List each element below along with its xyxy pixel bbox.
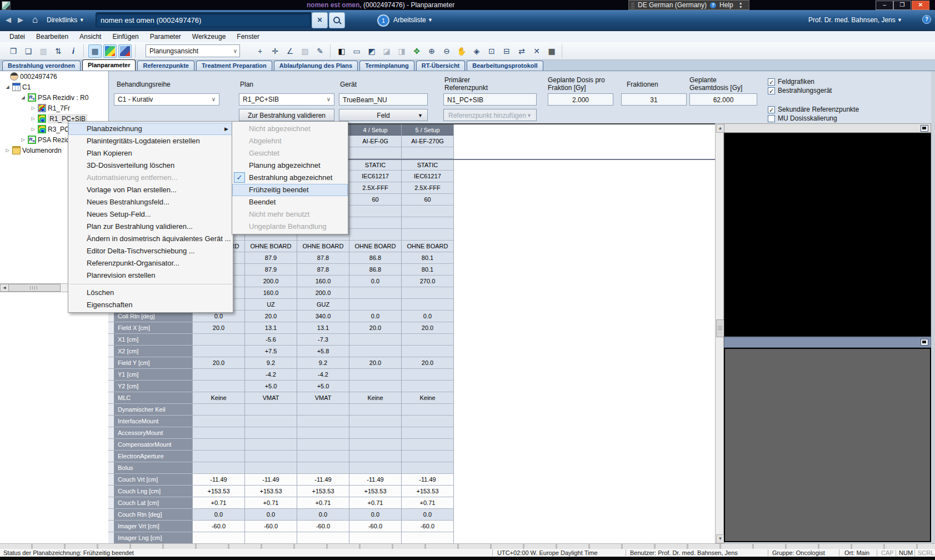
- table-cell[interactable]: IEC61217: [402, 171, 454, 182]
- menubar-item-bearbeiten[interactable]: Bearbeiten: [31, 32, 73, 42]
- view-select[interactable]: Planungsansicht∨: [146, 44, 240, 57]
- table-cell[interactable]: 2.5X-FFF: [349, 182, 402, 194]
- table-cell[interactable]: 20.0: [193, 322, 245, 334]
- table-cell[interactable]: [349, 381, 402, 392]
- table-cell[interactable]: [402, 381, 454, 392]
- table-cell[interactable]: +0.71: [193, 497, 245, 509]
- draw-icon[interactable]: ✎: [313, 44, 327, 58]
- zoom-out-icon[interactable]: ⊖: [440, 44, 453, 58]
- table-cell[interactable]: [402, 217, 454, 229]
- table-cell[interactable]: [402, 416, 454, 427]
- behandlungsreihe-select[interactable]: C1 - Kurativ∨: [114, 93, 219, 106]
- table-cell[interactable]: [245, 416, 297, 427]
- menubar-item-datei[interactable]: Datei: [4, 32, 30, 42]
- expander-collapsed-icon[interactable]: ▷: [30, 106, 36, 111]
- tree-item-r1-7fr[interactable]: ▷R1_7Fr: [0, 103, 108, 113]
- table-vertical-scrollbar[interactable]: ▲ ▼: [715, 123, 724, 543]
- viewport-1[interactable]: [724, 133, 931, 337]
- table-cell[interactable]: +153.53: [297, 486, 349, 497]
- table-cell[interactable]: [349, 404, 402, 416]
- checkbox-bestrahlungsger-t[interactable]: ✓Bestrahlungsgerät: [768, 87, 832, 94]
- expander-expanded-icon[interactable]: ◢: [20, 95, 26, 100]
- table-cell[interactable]: [402, 439, 454, 451]
- table-cell[interactable]: VMAT: [245, 392, 297, 404]
- tree-item-0002497476[interactable]: 0002497476: [0, 71, 108, 82]
- context-menu-item-l-schen[interactable]: Löschen: [68, 287, 233, 299]
- table-cell[interactable]: STATIC: [349, 160, 402, 171]
- table-cell[interactable]: [193, 404, 245, 416]
- forward-icon[interactable]: ▶: [18, 16, 23, 24]
- checkbox-box[interactable]: [768, 115, 775, 122]
- expander-collapsed-icon[interactable]: ▷: [4, 148, 11, 153]
- table-cell[interactable]: [245, 462, 297, 474]
- table-cell[interactable]: -60.0: [245, 521, 297, 532]
- shape-icon[interactable]: ◈: [470, 44, 483, 58]
- context-menu-item-plan-kopieren[interactable]: Plan Kopieren: [68, 147, 233, 159]
- table-cell[interactable]: OHNE BOARD: [297, 241, 349, 252]
- info-icon[interactable]: i: [67, 44, 80, 58]
- close-button[interactable]: ✕: [912, 1, 929, 10]
- menubar-item-einfügen[interactable]: Einfügen: [107, 32, 143, 42]
- table-cell[interactable]: 20.0: [245, 311, 297, 322]
- table-cell[interactable]: [402, 334, 454, 346]
- table-cell[interactable]: +0.71: [349, 497, 402, 509]
- context-menu-item-3d-dosisverteilung-l-schen[interactable]: 3D-Dosisverteilung löschen: [68, 159, 233, 172]
- fraktionen-field[interactable]: 31: [621, 93, 687, 106]
- table-cell[interactable]: [297, 404, 349, 416]
- tab-referenzpunkte[interactable]: Referenzpunkte: [137, 61, 194, 71]
- table-cell[interactable]: [402, 462, 454, 474]
- table-cell[interactable]: Keine: [402, 392, 454, 404]
- table-cell[interactable]: [349, 206, 402, 217]
- table-cell[interactable]: [193, 427, 245, 439]
- table-cell[interactable]: [245, 404, 297, 416]
- table-cell[interactable]: [349, 416, 402, 427]
- table-cell[interactable]: [402, 404, 454, 416]
- table-cell[interactable]: [402, 299, 454, 311]
- restore-button[interactable]: ❐: [893, 1, 911, 10]
- context-menu-item-editor-delta-tischverschiebung-[interactable]: Editor Delta-Tischverschiebung ...: [68, 245, 233, 257]
- table-cell[interactable]: +0.71: [402, 497, 454, 509]
- add-refpunkt-button[interactable]: Referenzpunkt hinzufügen▼: [443, 109, 537, 121]
- table-cell[interactable]: [193, 369, 245, 381]
- table-cell[interactable]: -4.2: [297, 369, 349, 381]
- table-cell[interactable]: IEC61217: [349, 171, 402, 182]
- context-menu-item-planintegrit-ts-logdateien-erstellen[interactable]: Planintegritäts-Logdateien erstellen: [68, 135, 233, 147]
- table-cell[interactable]: [193, 532, 245, 544]
- gesamtdosis-field[interactable]: 62.000: [689, 93, 757, 106]
- checkbox-mu-dosisskalierung[interactable]: MU Dosisskalierung: [768, 114, 837, 122]
- table-cell[interactable]: 20.0: [402, 357, 454, 369]
- table-cell[interactable]: [297, 416, 349, 427]
- table-cell[interactable]: 0.0: [349, 509, 402, 521]
- menubar-item-parameter[interactable]: Parameter: [145, 32, 186, 42]
- language-bar[interactable]: DE German (Germany) ? Help ▲▼: [628, 0, 749, 10]
- submenu-item-planung-abgezeichnet[interactable]: Planung abgezeichnet: [232, 159, 348, 172]
- table-cell[interactable]: [349, 334, 402, 346]
- table-cell[interactable]: 87.9: [245, 264, 297, 276]
- point-icon[interactable]: ✛: [268, 44, 282, 58]
- table-cell[interactable]: [349, 427, 402, 439]
- table-cell[interactable]: [245, 532, 297, 544]
- table-cell[interactable]: 200.0: [297, 287, 349, 299]
- context-menu-item--ndern-in-dosimetrisch-quivalentes-ger-t-[interactable]: Ändern in dosimetrisch äquivalentes Gerä…: [68, 233, 233, 245]
- table-cell[interactable]: [245, 427, 297, 439]
- expander-collapsed-icon[interactable]: ▷: [20, 137, 26, 142]
- table-cell[interactable]: [193, 439, 245, 451]
- table-cell[interactable]: -4.2: [245, 369, 297, 381]
- table-cell[interactable]: [349, 229, 402, 241]
- table-cell[interactable]: 20.0: [349, 322, 402, 334]
- tab-bearbeitungsprotokoll[interactable]: Bearbeitungsprotokoll: [467, 61, 543, 71]
- table-cell[interactable]: +7.5: [245, 346, 297, 357]
- table-cell[interactable]: 270.0: [402, 276, 454, 287]
- table-cell[interactable]: [349, 287, 402, 299]
- table-cell[interactable]: 9.2: [297, 357, 349, 369]
- table-cell[interactable]: 20.0: [349, 357, 402, 369]
- table-cell[interactable]: 160.0: [245, 287, 297, 299]
- table-cell[interactable]: [297, 532, 349, 544]
- column-header-4[interactable]: 4 / Setup: [349, 124, 402, 136]
- table-cell[interactable]: [349, 299, 402, 311]
- table-cell[interactable]: -7.3: [297, 334, 349, 346]
- swap-icon[interactable]: ⇄: [515, 44, 528, 58]
- tab-terminplanung[interactable]: Terminplanung: [359, 61, 414, 71]
- scrollbar-thumb[interactable]: [8, 284, 61, 292]
- scroll-down-icon[interactable]: ▼: [716, 534, 724, 543]
